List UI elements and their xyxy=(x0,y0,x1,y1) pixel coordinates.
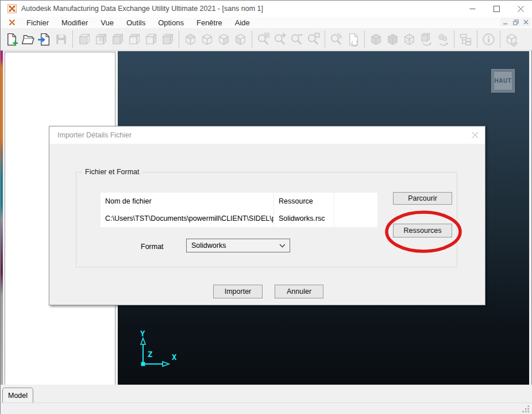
dialog-title-bar[interactable]: Importer Détails Fichier xyxy=(49,126,485,144)
app-window: Autodesk Manufacturing Data Exchange Uti… xyxy=(0,0,532,414)
column-header-resource: Ressource xyxy=(274,193,334,210)
iso-view-1-icon xyxy=(183,32,198,47)
shaded-view-button[interactable] xyxy=(368,31,384,48)
zoom-out-icon xyxy=(290,32,304,47)
menu-item-aide[interactable]: Aide xyxy=(229,17,256,28)
toolbar xyxy=(1,28,532,51)
save-file-button[interactable] xyxy=(53,31,69,48)
import-file-dialog: Importer Détails Fichier Fichier et Form… xyxy=(49,126,485,305)
view-front-button[interactable] xyxy=(76,31,92,48)
window-controls xyxy=(460,1,532,17)
rotate-spheres-icon xyxy=(435,32,450,47)
format-dropdown[interactable]: Solidworks xyxy=(186,239,290,252)
mdi-restore-button[interactable] xyxy=(511,18,521,26)
close-button[interactable] xyxy=(508,1,532,17)
shaded-wireframe-view-icon xyxy=(385,32,400,47)
zoom-extents-icon xyxy=(256,32,271,47)
title-bar: Autodesk Manufacturing Data Exchange Uti… xyxy=(1,1,532,17)
tree-structure-button[interactable] xyxy=(458,31,473,48)
toolbar-separator xyxy=(364,30,365,48)
rotate-cube-button[interactable] xyxy=(418,31,434,48)
toolbar-separator xyxy=(179,30,179,48)
view-cube[interactable]: HAUT xyxy=(491,69,515,93)
info-button[interactable] xyxy=(481,31,496,48)
docked-palette-strip xyxy=(1,51,3,387)
view-top-icon xyxy=(110,32,125,47)
menu-item-vue[interactable]: Vue xyxy=(94,17,120,28)
view-cube-face-label: HAUT xyxy=(494,72,512,90)
zoom-window-button[interactable] xyxy=(306,31,321,48)
iso-view-4-button[interactable] xyxy=(233,31,248,48)
window-title: Autodesk Manufacturing Data Exchange Uti… xyxy=(21,5,263,13)
import-button[interactable]: Importer xyxy=(213,285,263,298)
iso-view-3-button[interactable] xyxy=(216,31,232,48)
reload-file-icon xyxy=(346,32,360,47)
tab-model[interactable]: Model xyxy=(2,388,33,402)
document-logo-icon xyxy=(8,18,16,26)
view-bottom-button[interactable] xyxy=(126,31,142,48)
format-label: Format xyxy=(141,243,164,251)
menu-item-fichier[interactable]: Fichier xyxy=(20,17,55,28)
cancel-button[interactable]: Annuler xyxy=(275,285,323,298)
tree-structure-icon xyxy=(458,32,473,47)
zoom-out-button[interactable] xyxy=(289,31,304,48)
toolbar-separator xyxy=(325,30,325,48)
view-left-button[interactable] xyxy=(143,31,159,48)
minimize-button[interactable] xyxy=(460,1,484,17)
edit-cube-button[interactable] xyxy=(504,31,519,48)
app-logo-icon xyxy=(7,4,17,13)
open-file-button[interactable] xyxy=(20,31,36,48)
refresh-view-button[interactable] xyxy=(329,31,344,48)
iso-view-2-button[interactable] xyxy=(199,31,215,48)
new-file-button[interactable] xyxy=(3,31,19,48)
menu-bar: FichierModifierVueOutilsOptionsFenêtreAi… xyxy=(1,17,532,28)
resize-grip[interactable] xyxy=(522,405,530,413)
resources-button[interactable]: Ressources xyxy=(393,224,452,237)
menu-items: FichierModifierVueOutilsOptionsFenêtreAi… xyxy=(20,17,256,28)
view-back-button[interactable] xyxy=(93,31,109,48)
column-header-filename: Nom de fichier xyxy=(101,193,274,210)
view-bottom-icon xyxy=(127,32,141,47)
mdi-minimize-button[interactable] xyxy=(500,18,510,26)
view-right-button[interactable] xyxy=(160,31,175,48)
toolbar-separator xyxy=(454,30,454,48)
menu-item-fenetre[interactable]: Fenêtre xyxy=(190,17,229,28)
info-icon xyxy=(481,32,496,47)
iso-view-1-button[interactable] xyxy=(183,31,198,48)
zoom-in-button[interactable] xyxy=(272,31,288,48)
axis-x-label: X xyxy=(172,352,177,362)
view-back-icon xyxy=(94,32,108,47)
rotate-spheres-button[interactable] xyxy=(435,31,450,48)
iso-view-2-icon xyxy=(200,32,214,47)
maximize-button[interactable] xyxy=(484,1,508,17)
axes-triad: Y Z X xyxy=(132,329,184,374)
dialog-title: Importer Détails Fichier xyxy=(57,131,132,139)
view-front-icon xyxy=(77,32,91,47)
wireframe-view-button[interactable] xyxy=(402,31,417,48)
axis-z-label: Z xyxy=(148,350,152,359)
browse-button[interactable]: Parcourir xyxy=(393,192,452,205)
column-header-empty xyxy=(334,193,377,210)
file-table: Nom de fichierRessourceC:\Users\TST\Docu… xyxy=(101,193,377,227)
file-row-filename[interactable]: C:\Users\TST\Documents\powermill\CLIENT\… xyxy=(101,210,274,227)
tab-strip: Model xyxy=(1,385,532,402)
menu-item-options[interactable]: Options xyxy=(152,17,190,28)
shaded-wireframe-view-button[interactable] xyxy=(385,31,400,48)
menu-item-modifier[interactable]: Modifier xyxy=(55,17,94,28)
reload-file-button[interactable] xyxy=(345,31,361,48)
view-top-button[interactable] xyxy=(110,31,125,48)
import-file-button[interactable] xyxy=(37,31,52,48)
menu-item-outils[interactable]: Outils xyxy=(120,17,152,28)
shaded-view-icon xyxy=(369,32,383,47)
save-file-icon xyxy=(54,32,68,47)
mdi-close-button[interactable] xyxy=(521,18,531,26)
file-row-resource[interactable]: Solidworks.rsc xyxy=(274,210,334,227)
toolbar-separator xyxy=(72,30,73,48)
open-file-icon xyxy=(21,32,35,47)
file-row-empty[interactable] xyxy=(334,210,377,227)
chevron-down-icon xyxy=(279,244,286,248)
dialog-close-button[interactable] xyxy=(471,131,479,139)
toolbar-separator xyxy=(477,30,477,48)
view-left-icon xyxy=(144,32,158,47)
zoom-extents-button[interactable] xyxy=(256,31,271,48)
